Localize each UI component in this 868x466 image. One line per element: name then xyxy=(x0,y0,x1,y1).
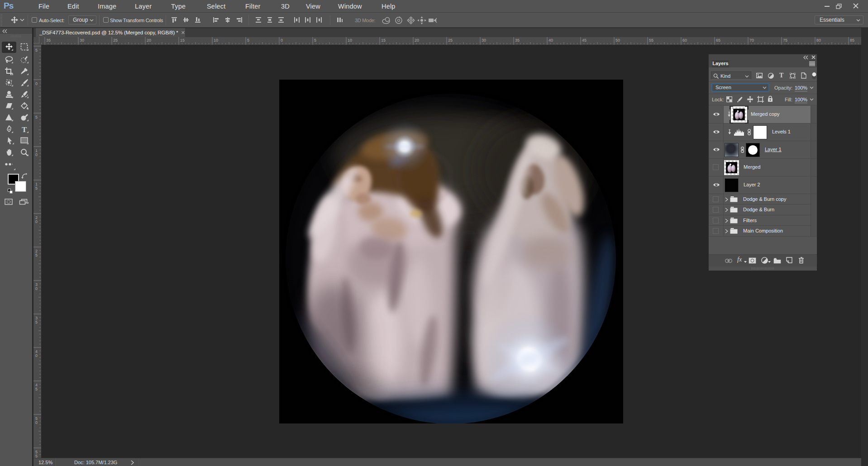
svg-text:50: 50 xyxy=(615,38,620,43)
svg-text:5: 5 xyxy=(314,38,316,43)
svg-text:30: 30 xyxy=(80,38,84,43)
svg-text:5: 5 xyxy=(247,38,249,43)
svg-text:5: 5 xyxy=(35,253,38,257)
svg-text:65: 65 xyxy=(716,38,720,43)
svg-text:10: 10 xyxy=(214,38,218,43)
svg-text:0: 0 xyxy=(35,286,38,291)
svg-text:85: 85 xyxy=(850,38,854,43)
svg-text:15: 15 xyxy=(381,38,386,43)
svg-text:60: 60 xyxy=(682,38,687,43)
svg-text:5: 5 xyxy=(35,115,38,119)
svg-text:0: 0 xyxy=(281,38,283,43)
svg-text:45: 45 xyxy=(582,38,587,43)
svg-text:20: 20 xyxy=(415,38,419,43)
svg-text:55: 55 xyxy=(649,38,653,43)
svg-text:35: 35 xyxy=(515,38,520,43)
svg-text:20: 20 xyxy=(147,38,151,43)
svg-text:70: 70 xyxy=(749,38,754,43)
svg-text:5: 5 xyxy=(35,320,38,324)
svg-text:10: 10 xyxy=(348,38,352,43)
svg-text:25: 25 xyxy=(448,38,453,43)
svg-text:0: 0 xyxy=(35,353,38,358)
svg-text:30: 30 xyxy=(482,38,486,43)
svg-text:40: 40 xyxy=(548,38,553,43)
svg-text:35: 35 xyxy=(46,38,51,43)
svg-text:0: 0 xyxy=(35,420,38,425)
svg-text:0: 0 xyxy=(35,152,38,157)
svg-text:15: 15 xyxy=(180,38,185,43)
svg-text:75: 75 xyxy=(783,38,787,43)
svg-text:25: 25 xyxy=(113,38,118,43)
svg-text:5: 5 xyxy=(35,48,38,52)
svg-text:80: 80 xyxy=(816,38,821,43)
svg-text:5: 5 xyxy=(35,454,38,458)
svg-text:5: 5 xyxy=(35,186,38,190)
svg-text:0: 0 xyxy=(35,219,38,224)
svg-text:0: 0 xyxy=(35,81,38,86)
svg-text:5: 5 xyxy=(35,387,38,391)
